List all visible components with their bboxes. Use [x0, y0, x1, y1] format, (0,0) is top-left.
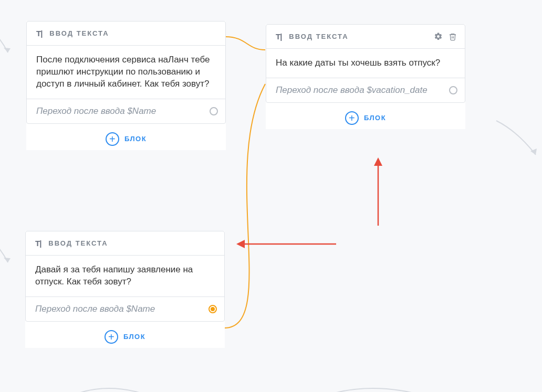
node-transition[interactable]: Переход после ввода $Name	[26, 297, 224, 321]
svg-marker-6	[374, 157, 382, 166]
node-card: T| ВВОД ТЕКСТА На какие даты ты хочешь в…	[266, 24, 465, 103]
node-actions	[433, 32, 457, 41]
connection-port[interactable]	[210, 107, 218, 115]
transition-label: Переход после ввода $Name	[35, 304, 155, 314]
add-block-button[interactable]: + БЛОК	[26, 124, 226, 150]
plus-icon: +	[345, 111, 359, 125]
flow-node[interactable]: T| ВВОД ТЕКСТА После подключения сервиса…	[26, 21, 226, 150]
svg-marker-2	[530, 149, 537, 155]
text-input-icon: T|	[276, 32, 282, 41]
node-body-text: На какие даты ты хочешь взять отпуск?	[266, 49, 465, 78]
node-card: T| ВВОД ТЕКСТА После подключения сервиса…	[26, 21, 226, 124]
node-header: T| ВВОД ТЕКСТА	[27, 22, 225, 46]
node-type-label: ВВОД ТЕКСТА	[48, 239, 108, 247]
add-block-label: БЛОК	[123, 333, 145, 341]
node-type-label: ВВОД ТЕКСТА	[289, 33, 348, 40]
plus-icon: +	[106, 132, 119, 146]
node-header: T| ВВОД ТЕКСТА	[26, 231, 224, 256]
transition-label: Переход после ввода $Name	[36, 106, 156, 116]
text-input-icon: T|	[36, 29, 42, 38]
node-body-text: После подключения сервиса наЛанч тебе пр…	[27, 46, 225, 99]
node-transition[interactable]: Переход после ввода $vacation_date	[266, 78, 465, 102]
text-input-icon: T|	[35, 239, 41, 248]
node-type-label: ВВОД ТЕКСТА	[49, 29, 109, 37]
gear-icon[interactable]	[433, 32, 443, 41]
flow-node[interactable]: T| ВВОД ТЕКСТА Давай я за тебя напишу за…	[25, 231, 225, 348]
flow-node[interactable]: T| ВВОД ТЕКСТА На какие даты ты хочешь в…	[266, 24, 465, 129]
svg-marker-1	[4, 258, 11, 262]
node-header: T| ВВОД ТЕКСТА	[266, 25, 465, 49]
connection-port[interactable]	[209, 305, 217, 313]
svg-marker-4	[236, 240, 245, 248]
flow-canvas[interactable]: T| ВВОД ТЕКСТА После подключения сервиса…	[0, 0, 542, 392]
trash-icon[interactable]	[448, 32, 457, 41]
transition-label: Переход после ввода $vacation_date	[276, 85, 428, 96]
add-block-button[interactable]: + БЛОК	[266, 103, 465, 129]
node-card: T| ВВОД ТЕКСТА Давай я за тебя напишу за…	[25, 231, 225, 322]
plus-icon: +	[105, 330, 118, 344]
add-block-label: БЛОК	[364, 114, 386, 122]
add-block-button[interactable]: + БЛОК	[25, 322, 225, 348]
node-body-text: Давай я за тебя напишу заявление на отпу…	[26, 256, 224, 297]
connection-port[interactable]	[449, 86, 457, 94]
node-transition[interactable]: Переход после ввода $Name	[27, 99, 225, 123]
svg-marker-0	[4, 48, 11, 52]
add-block-label: БЛОК	[124, 135, 147, 143]
